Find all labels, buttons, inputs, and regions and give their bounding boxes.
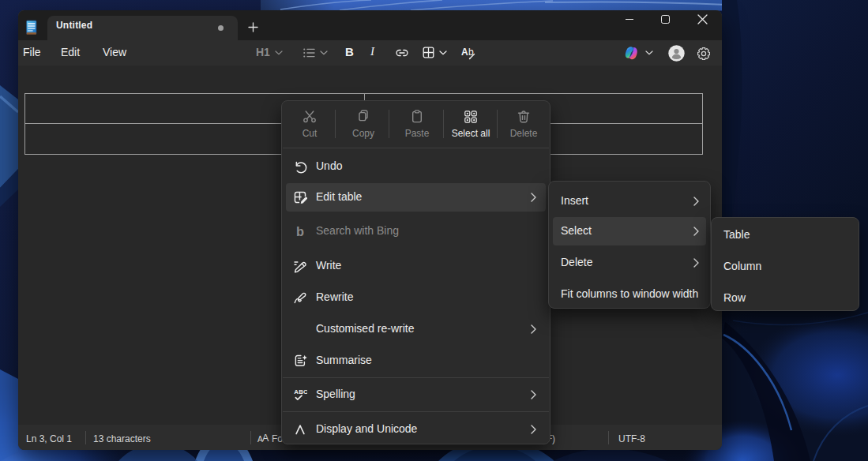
svg-text:b: b: [296, 224, 304, 238]
svg-text:A: A: [461, 47, 468, 58]
svg-text:ABC: ABC: [294, 388, 307, 395]
